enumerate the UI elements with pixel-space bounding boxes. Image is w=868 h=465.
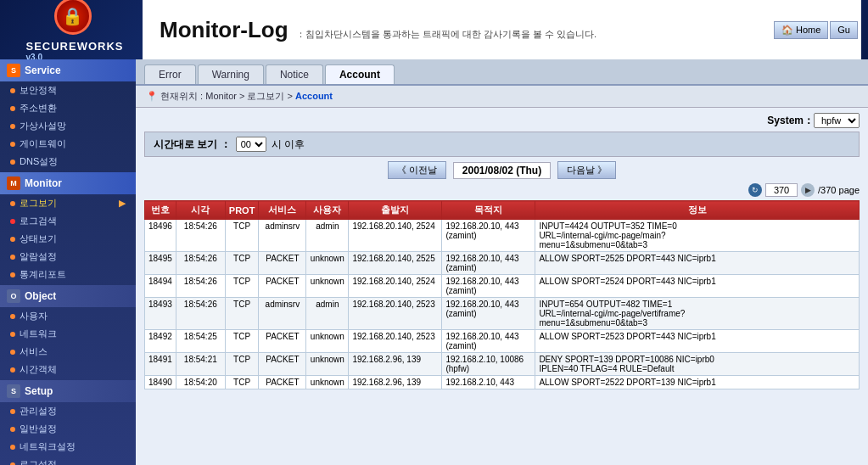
table-cell: 18:54:26 xyxy=(176,252,225,275)
sidebar-item-address-change[interactable]: 주소변환 xyxy=(0,99,136,117)
tab-account[interactable]: Account xyxy=(325,64,395,84)
table-cell: TCP xyxy=(225,252,259,275)
sidebar-item-log-view[interactable]: 로그보기▶ xyxy=(0,194,136,212)
dot-icon xyxy=(10,332,15,337)
table-cell: 192.168.2.10, 443 xyxy=(442,376,535,389)
table-cell: PACKET xyxy=(259,330,306,353)
dot-icon xyxy=(10,142,15,147)
page-input[interactable]: 370 xyxy=(765,183,798,197)
sidebar-item-alarm-setting[interactable]: 알람설정 xyxy=(0,248,136,266)
tab-error[interactable]: Error xyxy=(144,64,196,84)
table-cell: 192.168.20.10, 443 (zamint) xyxy=(442,252,535,275)
sidebar-item-service[interactable]: 서비스 xyxy=(0,343,136,361)
table-cell: 192.168.20.10, 443 (zamint) xyxy=(442,330,535,353)
table-cell: 18:54:21 xyxy=(176,353,225,376)
gu-button[interactable]: Gu xyxy=(830,21,858,39)
table-cell: admin xyxy=(306,298,349,330)
table-cell: 192.168.20.140, 2525 xyxy=(349,252,442,275)
table-cell: unknown xyxy=(306,353,349,376)
table-cell: unknown xyxy=(306,252,349,275)
sidebar-monitor-label: Monitor xyxy=(25,177,62,189)
table-cell: 18493 xyxy=(145,298,176,330)
brand-name: SECUREWORKS xyxy=(25,40,123,53)
sidebar-item-stats-report[interactable]: 통계리포트 xyxy=(0,266,136,283)
sidebar-section-setup: S Setup 관리설정 일반설정 네트워크설정 로그설정 인증설정 시스템설정 xyxy=(0,380,136,465)
sidebar-item-dns[interactable]: DNS설정 xyxy=(0,153,136,171)
refresh-icon[interactable]: ↻ xyxy=(748,183,762,197)
col-header-info: 정보 xyxy=(535,201,860,220)
dot-icon xyxy=(10,367,15,373)
sidebar-item-network[interactable]: 네트워크 xyxy=(0,325,136,343)
sidebar-item-users[interactable]: 사용자 xyxy=(0,307,136,325)
table-cell: PACKET xyxy=(259,353,306,376)
dot-icon xyxy=(10,219,15,224)
sidebar-item-log-settings[interactable]: 로그설정 xyxy=(0,456,136,465)
tab-notice[interactable]: Notice xyxy=(266,64,323,84)
sidebar-item-gateway[interactable]: 게이트웨이 xyxy=(0,135,136,153)
table-cell: ALLOW SPORT=2524 DPORT=443 NIC=iprb1 xyxy=(535,275,860,298)
home-button[interactable]: 🏠 Home xyxy=(774,21,828,39)
sidebar-section-service: S Service 보안정책 주소변환 가상사설망 게이트웨이 DNS설정 xyxy=(0,59,136,171)
pagination-row: ↻ 370 ▶ /370 page xyxy=(144,183,860,197)
sidebar-item-admin-settings[interactable]: 관리설정 xyxy=(0,402,136,420)
page-subtitle: ：침입차단시스템을 통과하는 트래픽에 대한 감사기록을 볼 수 있습니다. xyxy=(296,29,596,39)
sidebar-item-general-settings[interactable]: 일반설정 xyxy=(0,420,136,438)
table-cell: unknown xyxy=(306,330,349,353)
sidebar-item-time-object[interactable]: 시간객체 xyxy=(0,361,136,378)
dot-icon xyxy=(10,124,15,129)
table-row: 1849018:54:20TCPPACKETunknown192.168.2.9… xyxy=(145,376,860,389)
table-cell: TCP xyxy=(225,330,259,353)
table-cell: 192.168.2.96, 139 xyxy=(349,376,442,389)
filter-label: 시간대로 보기 ： xyxy=(154,137,231,152)
table-row: 1849418:54:26TCPPACKETunknown192.168.20.… xyxy=(145,275,860,298)
tab-bar: Error Warning Notice Account xyxy=(136,59,868,86)
col-header-dst: 목적지 xyxy=(442,201,535,220)
dot-icon xyxy=(10,272,15,277)
next-day-button[interactable]: 다음날 》 xyxy=(557,161,616,179)
table-cell: 18:54:25 xyxy=(176,330,225,353)
dot-icon xyxy=(10,462,15,466)
sidebar-item-log-search[interactable]: 로그검색 xyxy=(0,212,136,230)
tab-warning[interactable]: Warning xyxy=(198,64,264,84)
dot-icon xyxy=(10,314,15,319)
system-label: System： xyxy=(767,114,814,128)
table-row: 1849218:54:25TCPPACKETunknown192.168.20.… xyxy=(145,330,860,353)
table-cell: INPUT=654 OUTPUT=482 TIME=1 URL=/interna… xyxy=(535,298,860,330)
dot-icon xyxy=(10,160,15,165)
sidebar-item-vpn[interactable]: 가상사설망 xyxy=(0,117,136,135)
table-cell: 18491 xyxy=(145,353,176,376)
sidebar-item-security-policy[interactable]: 보안정책 xyxy=(0,81,136,99)
table-cell: PACKET xyxy=(259,252,306,275)
table-cell: 18496 xyxy=(145,220,176,252)
col-header-no: 번호 xyxy=(145,201,176,220)
hour-select[interactable]: 00 xyxy=(236,137,266,152)
table-cell: INPUT=4424 OUTPUT=352 TIME=0 URL=/intern… xyxy=(535,220,860,252)
table-cell: 18:54:20 xyxy=(176,376,225,389)
dot-icon xyxy=(10,350,15,355)
table-cell: 18492 xyxy=(145,330,176,353)
object-section-icon: O xyxy=(7,289,20,303)
table-cell: 18490 xyxy=(145,376,176,389)
table-cell: TCP xyxy=(225,220,259,252)
table-cell: unknown xyxy=(306,376,349,389)
table-row: 1849118:54:21TCPPACKETunknown192.168.2.9… xyxy=(145,353,860,376)
system-select[interactable]: hpfw xyxy=(814,113,860,128)
table-cell: 192.168.20.140, 2523 xyxy=(349,298,442,330)
table-cell: ALLOW SPORT=2523 DPORT=443 NIC=iprb1 xyxy=(535,330,860,353)
monitor-section-icon: M xyxy=(7,176,20,190)
table-cell: 18:54:26 xyxy=(176,275,225,298)
setup-section-icon: S xyxy=(7,384,20,398)
breadcrumb-current: Account xyxy=(295,91,333,101)
sidebar-object-label: Object xyxy=(25,290,56,302)
page-nav-icon[interactable]: ▶ xyxy=(801,183,815,197)
sidebar-item-status-view[interactable]: 상태보기 xyxy=(0,230,136,248)
table-row: 1849318:54:26TCPadminsrvadmin192.168.20.… xyxy=(145,298,860,330)
prev-day-button[interactable]: 《 이전날 xyxy=(388,161,446,179)
dot-icon xyxy=(10,106,15,111)
sidebar-item-network-settings[interactable]: 네트워크설정 xyxy=(0,438,136,456)
sidebar-header-monitor: M Monitor xyxy=(0,172,136,194)
table-row: 1849618:54:26TCPadminsrvadmin192.168.20.… xyxy=(145,220,860,252)
table-cell: 192.168.20.140, 2524 xyxy=(349,275,442,298)
sidebar-section-object: O Object 사용자 네트워크 서비스 시간객체 xyxy=(0,285,136,378)
page-title: Monitor-Log xyxy=(160,17,288,42)
